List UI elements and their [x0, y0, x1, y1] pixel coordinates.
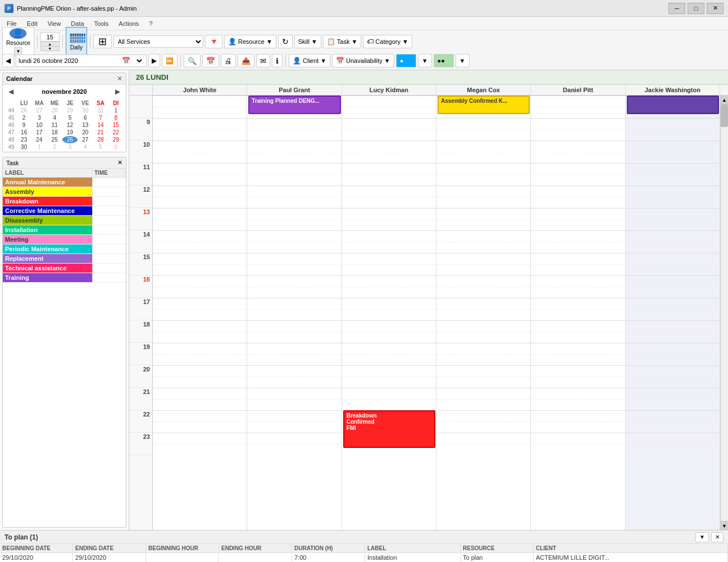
menu-help[interactable]: ?: [144, 19, 157, 28]
task-row-corrective[interactable]: Corrective Maintenance: [3, 206, 126, 216]
cal-day-23[interactable]: 23: [16, 136, 31, 143]
cal-day-26[interactable]: 26: [16, 107, 31, 114]
cal-day-2[interactable]: 2: [16, 114, 31, 121]
toplan-row-1[interactable]: 29/10/2020 29/10/2020 7:00 Installation …: [0, 553, 728, 562]
cal-day-5[interactable]: 5: [62, 114, 78, 121]
cal-prev-button[interactable]: ◀: [6, 87, 16, 96]
cal-day-6[interactable]: 6: [78, 114, 93, 121]
task-filter-btn[interactable]: 📋 Task ▼: [323, 35, 362, 48]
count-up[interactable]: ▲: [41, 42, 59, 46]
cal-day-15[interactable]: 15: [108, 121, 124, 129]
maximize-button[interactable]: □: [688, 3, 704, 14]
cal-day-13[interactable]: 13: [78, 121, 93, 129]
calendar-close-button[interactable]: ✕: [117, 75, 122, 83]
event-ev4[interactable]: [627, 96, 719, 114]
cal-day-1b[interactable]: 1: [31, 143, 47, 151]
refresh-button[interactable]: ↻: [278, 35, 293, 48]
cal-day-20[interactable]: 20: [78, 129, 93, 136]
search-button[interactable]: 🔍: [184, 54, 201, 67]
cal-day-9[interactable]: 9: [16, 121, 31, 129]
count-spinbox[interactable]: ▲ ▼: [40, 32, 60, 51]
cal-day-7[interactable]: 7: [93, 114, 108, 121]
info-button[interactable]: ℹ: [272, 54, 283, 67]
close-button[interactable]: ✕: [707, 3, 724, 14]
cal-day-30[interactable]: 30: [78, 107, 93, 114]
color-toggle1[interactable]: ●: [396, 54, 416, 67]
task-row-breakdown[interactable]: Breakdown: [3, 197, 126, 206]
scroll-thumb[interactable]: [721, 105, 728, 127]
resource-button[interactable]: 👤 Resource ▼: [2, 27, 34, 56]
task-row-disassembly[interactable]: Disassembly: [3, 216, 126, 225]
task-row-annual[interactable]: Annual Maintenance: [3, 178, 126, 187]
export-button[interactable]: 📤: [238, 54, 254, 67]
event-ev1[interactable]: Training Planned DENG...: [248, 96, 340, 114]
prev-day-button[interactable]: ◀: [2, 54, 14, 67]
menu-view[interactable]: View: [43, 19, 66, 28]
daily-button[interactable]: Daily: [66, 27, 87, 56]
task-row-replacement[interactable]: Replacement: [3, 254, 126, 264]
cal-day-4[interactable]: 4: [47, 114, 62, 121]
cal-day-28b[interactable]: 28: [93, 136, 108, 143]
cal-day-14[interactable]: 14: [93, 121, 108, 129]
cal-day-6b[interactable]: 6: [108, 143, 124, 151]
cal-day-3b[interactable]: 3: [62, 143, 78, 151]
event-ev3[interactable]: Breakdown Confirmed FMI: [343, 410, 435, 448]
cal-day-27b[interactable]: 27: [78, 136, 93, 143]
task-row-installation[interactable]: Installation: [3, 225, 126, 235]
fast-forward-button[interactable]: ⏩: [162, 54, 178, 67]
cal-day-10[interactable]: 10: [31, 121, 47, 129]
cal-day-27[interactable]: 27: [31, 107, 47, 114]
task-row-meeting[interactable]: Meeting: [3, 235, 126, 244]
menu-actions[interactable]: Actions: [114, 19, 143, 28]
skill-filter-btn[interactable]: Skill ▼: [294, 35, 321, 48]
cal-day-24[interactable]: 24: [31, 136, 47, 143]
unavailability-filter-btn[interactable]: 📅 Unavailability ▼: [332, 54, 394, 67]
count-down[interactable]: ▼: [41, 46, 59, 51]
cal-day-5b[interactable]: 5: [93, 143, 108, 151]
grid-area[interactable]: Training Planned DENG...Assembly Confirm…: [153, 96, 720, 530]
color-toggle2-arrow[interactable]: ▼: [456, 54, 470, 67]
scroll-down-button[interactable]: ▼: [721, 521, 728, 530]
cal-day-17[interactable]: 17: [31, 129, 47, 136]
toplan-collapse-button[interactable]: ▼: [695, 532, 709, 542]
cal-day-18[interactable]: 18: [47, 129, 62, 136]
vertical-scrollbar[interactable]: ▲ ▼: [720, 96, 728, 530]
cal-day-16[interactable]: 16: [16, 129, 31, 136]
toplan-close-button[interactable]: ✕: [711, 532, 724, 542]
count-input[interactable]: [41, 33, 59, 42]
cal-day-30[interactable]: 30: [16, 143, 31, 151]
print-button[interactable]: 🖨: [221, 54, 236, 67]
cal-day-22[interactable]: 22: [108, 129, 124, 136]
cal-day-3[interactable]: 3: [31, 114, 47, 121]
date-picker[interactable]: lundi 26 octobre 2020 📅: [16, 55, 147, 67]
event-ev2[interactable]: Assembly Confirmed K...: [438, 96, 530, 114]
cal-day-19[interactable]: 19: [62, 129, 78, 136]
category-filter-btn[interactable]: 🏷 Category ▼: [363, 35, 412, 48]
filter-button[interactable]: 🔻: [205, 35, 222, 48]
task-row-periodic[interactable]: Periodic Maintenance: [3, 244, 126, 254]
client-filter-btn[interactable]: 👤 Client ▼: [289, 54, 330, 67]
resource-filter-btn[interactable]: 👤 Resource ▼: [224, 35, 276, 48]
task-close-button[interactable]: ✕: [117, 159, 122, 166]
cal-day-1[interactable]: 1: [108, 107, 124, 114]
cal-day-8[interactable]: 8: [108, 114, 124, 121]
cal-day-11[interactable]: 11: [47, 121, 62, 129]
cal-day-25[interactable]: 25: [47, 136, 62, 143]
cal-next-button[interactable]: ▶: [113, 87, 122, 96]
menu-tools[interactable]: Tools: [90, 19, 113, 28]
color-toggle2[interactable]: ●●: [434, 54, 454, 67]
color-toggle-arrow[interactable]: ▼: [418, 54, 432, 67]
cal-day-31[interactable]: 31: [93, 107, 108, 114]
minimize-button[interactable]: ─: [668, 3, 685, 14]
cal-day-4b[interactable]: 4: [78, 143, 93, 151]
task-row-assembly[interactable]: Assembly: [3, 187, 126, 197]
scroll-up-button[interactable]: ▲: [721, 96, 728, 105]
planning-mode-button[interactable]: ⊞: [93, 35, 112, 48]
cal-day-29[interactable]: 29: [62, 107, 78, 114]
cal-day-26-today[interactable]: 26: [62, 136, 78, 143]
calendar-body[interactable]: 9 10 11 12 13 14 15 16 17 18 19 20 21 22…: [129, 96, 728, 530]
cal-day-29b[interactable]: 29: [108, 136, 124, 143]
search-filter-button[interactable]: 📅: [202, 54, 219, 67]
cal-day-28[interactable]: 28: [47, 107, 62, 114]
next-day-button[interactable]: ▶: [148, 54, 160, 67]
